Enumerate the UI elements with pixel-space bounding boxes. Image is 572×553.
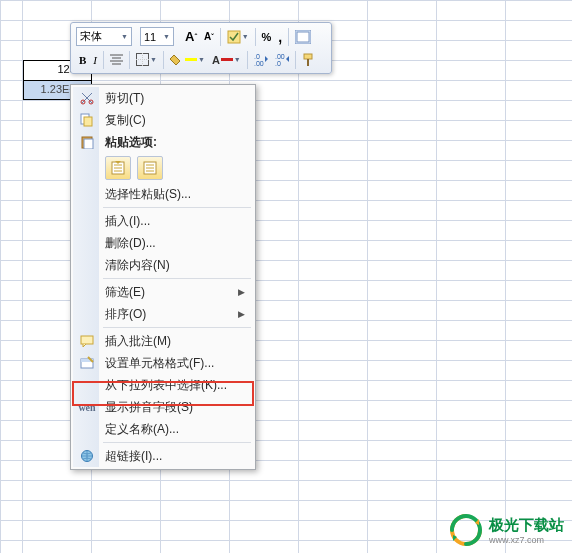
paste-icon bbox=[78, 133, 96, 151]
svg-text:.00: .00 bbox=[275, 53, 285, 60]
svg-rect-24 bbox=[81, 336, 93, 344]
ctx-dropdown-label: 从下拉列表中选择(K)... bbox=[105, 377, 227, 394]
increase-decimal-button[interactable]: .0.00 bbox=[251, 50, 271, 70]
ctx-define-name[interactable]: 定义名称(A)... bbox=[73, 418, 253, 440]
ctx-cut[interactable]: 剪切(T) bbox=[73, 87, 253, 109]
italic-button[interactable]: I bbox=[90, 50, 100, 70]
grow-font-button[interactable]: Aˆ bbox=[182, 27, 200, 47]
ctx-show-phonetic[interactable]: wén 显示拼音字段(S) bbox=[73, 396, 253, 418]
ctx-sort[interactable]: 排序(O) ▶ bbox=[73, 303, 253, 325]
ctx-paste-header-label: 粘贴选项: bbox=[105, 134, 157, 151]
ctx-pick-from-dropdown[interactable]: 从下拉列表中选择(K)... bbox=[73, 374, 253, 396]
svg-rect-0 bbox=[228, 31, 240, 43]
ctx-paste-options bbox=[73, 153, 253, 183]
font-color-button[interactable]: A ▼ bbox=[209, 50, 244, 70]
ctx-paste-header: 粘贴选项: bbox=[73, 131, 253, 153]
ctx-clear-label: 清除内容(N) bbox=[105, 257, 170, 274]
chevron-down-icon: ▼ bbox=[163, 33, 170, 40]
format-cells-icon bbox=[78, 354, 96, 372]
chevron-down-icon: ▼ bbox=[121, 33, 128, 40]
chevron-down-icon: ▼ bbox=[150, 56, 157, 63]
svg-rect-19 bbox=[84, 117, 92, 126]
hyperlink-icon bbox=[78, 447, 96, 465]
logo-text: 极光下载站 bbox=[489, 516, 564, 535]
chevron-down-icon: ▼ bbox=[242, 33, 249, 40]
paste-option-2[interactable] bbox=[137, 156, 163, 180]
align-center-button[interactable] bbox=[107, 50, 126, 70]
svg-text:.00: .00 bbox=[254, 60, 264, 66]
ctx-filter-label: 筛选(E) bbox=[105, 284, 145, 301]
svg-text:.0: .0 bbox=[275, 60, 281, 66]
font-name-value: 宋体 bbox=[80, 29, 102, 44]
chevron-down-icon: ▼ bbox=[198, 56, 205, 63]
ctx-cut-label: 剪切(T) bbox=[105, 90, 144, 107]
font-size-combo[interactable]: 11 ▼ bbox=[140, 27, 174, 46]
comma-button[interactable]: , bbox=[275, 27, 285, 47]
svg-rect-2 bbox=[297, 32, 309, 42]
svg-rect-14 bbox=[304, 54, 312, 59]
ctx-clear[interactable]: 清除内容(N) bbox=[73, 254, 253, 276]
copy-icon bbox=[78, 111, 96, 129]
watermark-logo: 极光下载站 www.xz7.com bbox=[449, 513, 564, 547]
ctx-insert-comment[interactable]: 插入批注(M) bbox=[73, 330, 253, 352]
ctx-define-name-label: 定义名称(A)... bbox=[105, 421, 179, 438]
chevron-right-icon: ▶ bbox=[238, 309, 245, 319]
font-size-value: 11 bbox=[144, 31, 156, 43]
ctx-insert-label: 插入(I)... bbox=[105, 213, 150, 230]
format-painter-button[interactable] bbox=[299, 50, 319, 70]
ctx-comment-label: 插入批注(M) bbox=[105, 333, 171, 350]
ctx-paste-special-label: 选择性粘贴(S)... bbox=[105, 186, 191, 203]
merge-cells-button[interactable] bbox=[292, 27, 314, 47]
chevron-down-icon: ▼ bbox=[234, 56, 241, 63]
cut-icon bbox=[78, 89, 96, 107]
logo-icon bbox=[449, 513, 483, 547]
shrink-font-button[interactable]: Aˇ bbox=[201, 27, 217, 47]
bold-button[interactable]: B bbox=[76, 50, 89, 70]
format-style-button[interactable]: ▼ bbox=[224, 27, 252, 47]
ctx-copy[interactable]: 复制(C) bbox=[73, 109, 253, 131]
logo-url: www.xz7.com bbox=[489, 535, 564, 545]
ctx-format-cells[interactable]: 设置单元格格式(F)... bbox=[73, 352, 253, 374]
ctx-format-cells-label: 设置单元格格式(F)... bbox=[105, 355, 214, 372]
ctx-hyperlink[interactable]: 超链接(I)... bbox=[73, 445, 253, 467]
ctx-insert[interactable]: 插入(I)... bbox=[73, 210, 253, 232]
fill-color-button[interactable]: ▼ bbox=[167, 50, 208, 70]
svg-rect-21 bbox=[84, 139, 93, 149]
ctx-delete-label: 删除(D)... bbox=[105, 235, 156, 252]
ctx-hyperlink-label: 超链接(I)... bbox=[105, 448, 162, 465]
paste-option-1[interactable] bbox=[105, 156, 131, 180]
phonetic-icon: wén bbox=[78, 398, 96, 416]
ctx-delete[interactable]: 删除(D)... bbox=[73, 232, 253, 254]
borders-button[interactable]: ▼ bbox=[133, 50, 160, 70]
mini-toolbar: 宋体 ▼ 11 ▼ Aˆ Aˇ ▼ % , B I ▼ bbox=[70, 22, 332, 74]
percent-button[interactable]: % bbox=[259, 27, 275, 47]
font-name-combo[interactable]: 宋体 ▼ bbox=[76, 27, 132, 46]
decrease-decimal-button[interactable]: .00.0 bbox=[272, 50, 292, 70]
context-menu: 剪切(T) 复制(C) 粘贴选项: 选择性粘贴(S)... 插入(I)... 删… bbox=[70, 84, 256, 470]
chevron-right-icon: ▶ bbox=[238, 287, 245, 297]
svg-rect-15 bbox=[307, 59, 309, 66]
comment-icon bbox=[78, 332, 96, 350]
ctx-sort-label: 排序(O) bbox=[105, 306, 146, 323]
ctx-paste-special[interactable]: 选择性粘贴(S)... bbox=[73, 183, 253, 205]
ctx-filter[interactable]: 筛选(E) ▶ bbox=[73, 281, 253, 303]
ctx-copy-label: 复制(C) bbox=[105, 112, 146, 129]
ctx-phonetic-label: 显示拼音字段(S) bbox=[105, 399, 193, 416]
svg-text:.0: .0 bbox=[254, 53, 260, 60]
